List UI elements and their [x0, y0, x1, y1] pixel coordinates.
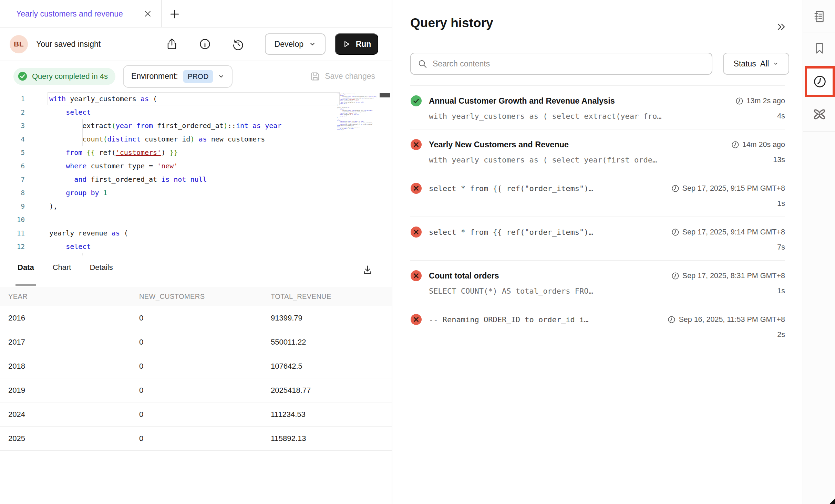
develop-dropdown[interactable]: Develop [265, 33, 326, 55]
download-results-button[interactable] [361, 263, 374, 277]
history-item-title: Yearly New Customers and Revenue [429, 140, 723, 149]
status-filter-value: All [760, 59, 769, 69]
run-label: Run [356, 40, 371, 49]
history-item-title: select * from {{ ref("order_items")… [429, 184, 663, 193]
results-table-header: YEARNEW_CUSTOMERSTOTAL_REVENUE [0, 287, 392, 306]
sql-code-editor[interactable]: 1with yearly_customers as (2 select3 ext… [0, 91, 392, 255]
code-line-1[interactable]: 1with yearly_customers as ( [0, 92, 392, 106]
table-cell: 0 [131, 386, 262, 395]
history-item[interactable]: Count total ordersSep 17, 2025, 8:31 PM … [410, 261, 785, 304]
success-check-icon [18, 71, 28, 81]
table-row: 2016091399.79 [0, 306, 392, 330]
tab-title: Yearly customers and revenue [16, 9, 143, 19]
code-line-2[interactable]: 2 select [0, 106, 392, 119]
query-history-list: Annual Customer Growth and Revenue Analy… [410, 85, 785, 348]
search-input[interactable] [433, 59, 705, 69]
line-number: 5 [0, 146, 25, 159]
clock-icon [671, 228, 679, 236]
clock-icon [668, 316, 676, 324]
code-line-8[interactable]: 8 group by 1 [0, 186, 392, 200]
tab-yearly-customers-and-revenue[interactable]: Yearly customers and revenue [0, 0, 162, 28]
code-line-10[interactable]: 10 [0, 213, 392, 227]
table-cell: 2019 [0, 386, 131, 395]
line-number: 6 [0, 159, 25, 173]
table-cell: 2016 [0, 314, 131, 323]
sidebar-assistant-button[interactable] [803, 101, 835, 128]
notebook-icon [812, 9, 827, 24]
history-item[interactable]: Annual Customer Growth and Revenue Analy… [410, 86, 785, 129]
new-tab-button[interactable] [167, 8, 182, 21]
environment-selector[interactable]: Environment: PROD [123, 65, 233, 88]
history-item[interactable]: Yearly New Customers and Revenue14m 20s … [410, 129, 785, 173]
sidebar-bookmark-button[interactable] [803, 34, 835, 62]
code-line-7[interactable]: 7 and first_ordered_at is not null [0, 173, 392, 186]
error-status-icon [410, 139, 422, 150]
code-line-11[interactable]: 11yearly_revenue as ( [0, 227, 392, 240]
table-cell: 2025 [0, 434, 131, 443]
history-item-duration: 2s [777, 330, 785, 339]
saved-insight-label: Your saved insight [36, 40, 101, 49]
code-line-9[interactable]: 9), [0, 200, 392, 213]
status-filter-dropdown[interactable]: Status All [723, 53, 789, 75]
history-item[interactable]: -- Renaming ORDER_ID to order_id i…Sep 1… [410, 304, 785, 348]
results-tab-data[interactable]: Data [18, 263, 34, 278]
editor-tabbar: Yearly customers and revenue [0, 0, 392, 28]
pinwheel-sparkle-icon [812, 106, 827, 122]
double-chevron-right-icon [776, 22, 786, 32]
code-lines: 1with yearly_customers as (2 select3 ext… [0, 91, 392, 255]
save-changes-button[interactable]: Save changes [310, 71, 375, 82]
editor-scrollbar-thumb[interactable] [380, 93, 390, 97]
code-text: yearly_revenue as ( [49, 227, 128, 240]
history-item-time: 13m 2s ago [746, 97, 785, 105]
tab-close-icon[interactable] [143, 9, 152, 18]
code-line-12[interactable]: 12 select [0, 240, 392, 253]
play-icon [342, 40, 351, 49]
editor-minimap[interactable]: with yearly_customers as ( select extrac… [337, 93, 381, 245]
table-row: 20240111234.53 [0, 402, 392, 427]
history-item[interactable]: select * from {{ ref("order_items")…Sep … [410, 173, 785, 217]
history-item-time: Sep 17, 2025, 9:14 PM GMT+8 [682, 228, 785, 237]
code-text: group by 1 [49, 186, 107, 200]
line-number: 1 [0, 92, 25, 106]
code-line-6[interactable]: 6 where customer_type = 'new' [0, 159, 392, 173]
history-item-sql-preview [429, 243, 769, 252]
collapse-panel-button[interactable] [774, 20, 788, 34]
history-item[interactable]: select * from {{ ref("order_items")…Sep … [410, 217, 785, 261]
table-cell: 115892.13 [262, 434, 392, 443]
history-search [410, 53, 712, 75]
toolbar-icons [164, 36, 246, 52]
resize-corner[interactable] [829, 498, 835, 504]
query-status-pill: Query completed in 4s [13, 68, 115, 85]
run-button[interactable]: Run [335, 33, 378, 55]
share-button[interactable] [164, 36, 179, 52]
error-status-icon [410, 226, 422, 238]
table-cell: 2024 [0, 410, 131, 419]
code-line-5[interactable]: 5 from {{ ref('customers') }} [0, 146, 392, 159]
history-item-title: Count total orders [429, 271, 663, 281]
code-text: where customer_type = 'new' [49, 159, 178, 173]
results-table: YEARNEW_CUSTOMERSTOTAL_REVENUE 201609139… [0, 287, 392, 451]
history-item-sql-preview [429, 330, 769, 339]
sidebar-notebook-button[interactable] [803, 3, 835, 30]
history-clock-icon [231, 38, 245, 51]
results-tab-chart[interactable]: Chart [53, 263, 71, 278]
line-number: 4 [0, 133, 25, 146]
download-icon [362, 264, 373, 276]
line-number: 11 [0, 227, 25, 240]
code-text: and first_ordered_at is not null [49, 173, 207, 186]
results-tab-details[interactable]: Details [90, 263, 113, 278]
success-status-icon [410, 95, 422, 107]
code-line-3[interactable]: 3 extract(year from first_ordered_at)::i… [0, 119, 392, 133]
info-button[interactable] [197, 36, 213, 52]
table-cell: 91399.79 [262, 314, 392, 323]
code-line-4[interactable]: 4 count(distinct customer_id) as new_cus… [0, 133, 392, 146]
column-header-new_customers: NEW_CUSTOMERS [131, 293, 262, 301]
save-floppy-icon [310, 71, 320, 82]
clock-icon [731, 141, 739, 149]
insight-toolbar: BL Your saved insight [0, 28, 392, 61]
clock-icon [671, 185, 679, 192]
error-status-icon [410, 270, 422, 282]
sidebar-query-history-button-highlighted[interactable] [805, 66, 835, 97]
line-number: 12 [0, 240, 25, 253]
version-history-button[interactable] [230, 36, 246, 52]
